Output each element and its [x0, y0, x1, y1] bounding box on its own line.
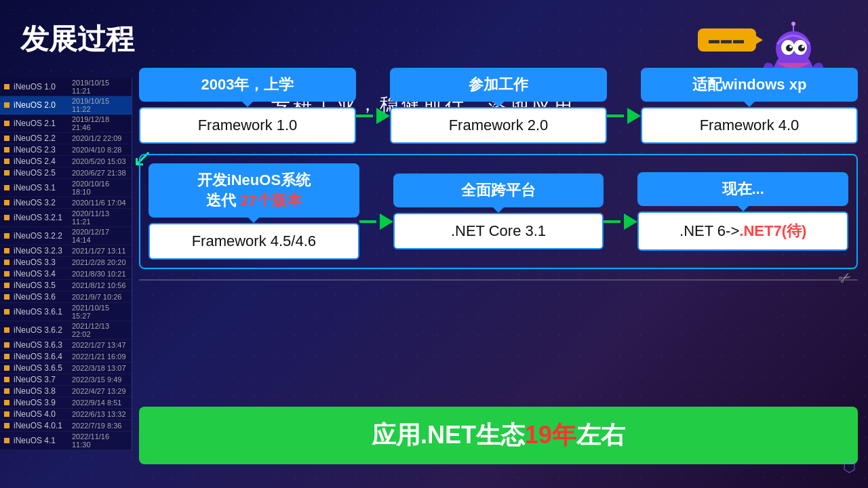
file-date: 2022/1/21 16:09: [72, 352, 126, 361]
sidebar-item: iNeuOS 4.0.12022/7/19 8:36: [0, 420, 132, 432]
arrow-3: [359, 193, 393, 230]
file-name: iNeuOS 3.5: [14, 281, 68, 290]
dot-icon: [4, 423, 9, 428]
label-box-5: 全面跨平台: [393, 174, 604, 207]
sidebar-item: iNeuOS 3.92022/9/14 8:51: [0, 397, 132, 409]
arrow-head-4: [624, 214, 637, 230]
dot-icon: [4, 233, 9, 239]
sidebar-item: iNeuOS 3.82022/4/27 13:29: [0, 386, 132, 397]
file-date: 2020/1/2 22:09: [72, 134, 121, 142]
dot-icon: [4, 327, 9, 333]
file-date: 2022/6/13 13:32: [72, 410, 126, 418]
file-name: iNeuOS 3.7: [14, 375, 68, 384]
file-name: iNeuOS 3.6.2: [14, 325, 68, 335]
file-name: iNeuOS 3.6.3: [14, 340, 68, 350]
frame-box-5: .NET Core 3.1: [393, 213, 604, 249]
bottom-years-red: 19年: [525, 421, 576, 449]
dot-icon: [4, 400, 9, 405]
dot-icon: [4, 388, 9, 394]
label-box-1: 2003年，上学: [139, 68, 356, 102]
sidebar-item: iNeuOS 3.2.32021/1/27 13:11: [0, 245, 132, 257]
file-name: iNeuOS 3.2: [14, 198, 68, 207]
file-date: 2022/3/15 9:49: [72, 375, 121, 384]
arrow-line-2: [607, 115, 624, 117]
scissor-icon: ✂: [835, 267, 855, 289]
file-date: 2022/4/27 13:29: [72, 387, 126, 395]
cube-icon: ⬡: [843, 458, 856, 476]
file-name: iNeuOS 3.4: [14, 269, 68, 279]
dot-icon: [4, 411, 9, 417]
file-date: 2019/10/15 11:22: [72, 97, 127, 113]
flow-block-6: 现在... .NET 6->.NET7(待): [637, 172, 848, 251]
file-name: iNeuOS 2.0: [14, 100, 68, 110]
arrow-2: [607, 87, 641, 124]
sidebar-item: iNeuOS 2.22020/1/2 22:09: [0, 133, 132, 144]
arrow-4: [604, 193, 637, 230]
cut-line: [139, 279, 858, 281]
arrow-1: [356, 87, 390, 124]
file-name: iNeuOS 3.2.2: [14, 231, 68, 241]
flow-block-3: 适配windows xp Framework 4.0: [641, 68, 858, 144]
file-date: 2021/12/13 22:02: [72, 322, 127, 338]
dot-icon: [4, 185, 9, 190]
sidebar-item: iNeuOS 3.6.32022/1/27 13:47: [0, 340, 132, 351]
label-box-6: 现在...: [637, 172, 848, 206]
main-content: 2003年，上学 Framework 1.0 参加工作 Framework 2.…: [139, 68, 858, 478]
sidebar-item: iNeuOS 3.2.12020/11/13 11:21: [0, 209, 132, 227]
svg-point-5: [798, 45, 805, 52]
page-title: 发展过程: [20, 20, 134, 58]
file-date: 2019/12/18 21:46: [72, 115, 127, 131]
file-name: iNeuOS 3.3: [14, 258, 68, 267]
file-date: 2020/11/13 11:21: [72, 209, 127, 226]
file-date: 2020/6/27 21:38: [72, 169, 126, 177]
dot-icon: [4, 260, 9, 265]
bottom-flow-section: 开发iNeuOS系统 迭代 27个版本 Framework 4.5/4.6 全面…: [139, 154, 858, 269]
dot-icon: [4, 283, 9, 288]
flow-block-5: 全面跨平台 .NET Core 3.1: [393, 174, 604, 249]
dot-icon: [4, 377, 9, 382]
top-flow-row: 2003年，上学 Framework 1.0 参加工作 Framework 2.…: [139, 68, 858, 144]
file-date: 2020/12/17 14:14: [72, 228, 127, 244]
sidebar-item: iNeuOS 3.12020/10/16 18:10: [0, 179, 132, 197]
file-name: iNeuOS 2.2: [14, 134, 68, 143]
frame-box-6: .NET 6->.NET7(待): [637, 211, 848, 251]
file-date: 2020/5/20 15:03: [72, 157, 126, 165]
file-name: iNeuOS 3.2.3: [14, 246, 68, 256]
file-date: 2020/11/6 17:04: [72, 199, 126, 207]
svg-point-4: [786, 45, 793, 52]
file-name: iNeuOS 4.1: [14, 436, 68, 445]
sidebar-item: iNeuOS 2.12019/12/18 21:46: [0, 115, 132, 133]
bottom-text-before: 应用.NET生态: [372, 421, 525, 449]
label-box-3: 适配windows xp: [641, 68, 858, 102]
file-sidebar: iNeuOS 1.02019/10/15 11:21iNeuOS 2.02019…: [0, 78, 132, 450]
bottom-text-after: 左右: [576, 421, 625, 449]
file-date: 2021/8/30 10:21: [72, 270, 126, 278]
arrow-head-3: [380, 214, 393, 230]
file-date: 2022/9/14 8:51: [72, 399, 121, 407]
file-name: iNeuOS 4.0.1: [14, 421, 68, 430]
net7-text: .NET7(待): [739, 222, 806, 239]
sidebar-item: iNeuOS 3.72022/3/15 9:49: [0, 374, 132, 386]
dot-icon: [4, 354, 9, 359]
sidebar-item: iNeuOS 2.32020/4/10 8:28: [0, 144, 132, 156]
file-date: 2021/10/15 15:27: [72, 304, 127, 320]
dot-icon: [4, 215, 9, 220]
speech-bubble: ▬▬▬: [698, 28, 756, 52]
file-name: iNeuOS 3.1: [14, 183, 68, 192]
sidebar-item: iNeuOS 3.62021/9/7 10:26: [0, 291, 132, 303]
bottom-bar: 应用.NET生态19年左右: [139, 407, 858, 464]
file-name: iNeuOS 2.3: [14, 145, 68, 155]
file-date: 2021/8/12 10:56: [72, 281, 126, 289]
label-box-2: 参加工作: [390, 68, 607, 102]
label-box-4: 开发iNeuOS系统 迭代 27个版本: [149, 163, 359, 218]
arrow-line-4: [604, 220, 620, 223]
sidebar-item: iNeuOS 3.6.22021/12/13 22:02: [0, 321, 132, 340]
sidebar-item: iNeuOS 3.6.42022/1/21 16:09: [0, 351, 132, 363]
sidebar-item: iNeuOS 1.02019/10/15 11:21: [0, 78, 132, 96]
arrow-head-1: [376, 108, 390, 124]
dot-icon: [4, 248, 9, 253]
sidebar-item: iNeuOS 4.02022/6/13 13:32: [0, 409, 132, 420]
dot-icon: [4, 147, 9, 152]
dot-icon: [4, 438, 9, 443]
file-date: 2022/7/19 8:36: [72, 422, 121, 430]
